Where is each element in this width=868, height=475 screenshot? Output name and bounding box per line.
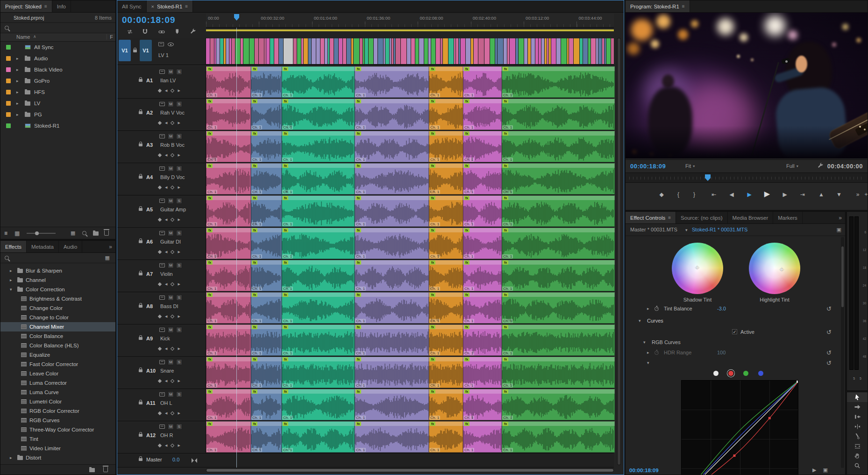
prev-keyframe-icon[interactable]: ◀ bbox=[165, 347, 167, 351]
framerate-column-header[interactable]: F bbox=[107, 34, 113, 40]
effect-item-luma-curve[interactable]: Luma Curve bbox=[0, 388, 115, 397]
mute-button[interactable]: M bbox=[168, 166, 174, 172]
track-settings-icon[interactable] bbox=[158, 42, 164, 46]
video-clip-stripe[interactable] bbox=[363, 38, 364, 64]
effect-item-equalize[interactable]: Equalize bbox=[0, 350, 115, 360]
clip-fx-badge[interactable]: fx bbox=[283, 325, 288, 329]
reset-param-icon[interactable]: ↺ bbox=[826, 360, 832, 367]
program-scrub-bar[interactable] bbox=[626, 173, 868, 183]
clip-fx-badge[interactable]: fx bbox=[252, 99, 257, 103]
audio-clip[interactable]: fxCh. 1 bbox=[429, 228, 463, 259]
video-clip-stripe[interactable] bbox=[354, 38, 359, 64]
close-tab-icon[interactable]: × bbox=[151, 4, 154, 9]
playback-resolution-dropdown[interactable]: Full ▾ bbox=[786, 163, 798, 169]
tab-media-browser[interactable]: Media Browser bbox=[728, 212, 774, 223]
audio-clip[interactable]: fxCh. 1 bbox=[251, 357, 282, 388]
next-keyframe-icon[interactable]: ▶ bbox=[178, 218, 180, 222]
clip-fx-badge[interactable]: fx bbox=[430, 131, 435, 136]
video-clip-stripe[interactable] bbox=[588, 38, 591, 64]
video-clip-stripe[interactable] bbox=[279, 38, 283, 64]
audio-clip[interactable]: fxCh. 1 bbox=[502, 357, 615, 388]
video-clip-stripe[interactable] bbox=[304, 38, 308, 64]
red-channel-button[interactable] bbox=[728, 371, 733, 376]
keyframe-icon[interactable] bbox=[171, 218, 174, 222]
audio-clip[interactable]: fxCh. 1 bbox=[251, 292, 282, 324]
audio-clip[interactable]: fxCh. 1 bbox=[282, 195, 355, 227]
list-view-button[interactable]: ≡ bbox=[4, 230, 7, 237]
audio-clip[interactable]: fxCh. 1 bbox=[429, 131, 463, 162]
prev-keyframe-icon[interactable]: ◀ bbox=[165, 315, 167, 318]
video-clip-stripe[interactable] bbox=[328, 38, 329, 64]
disclosure-triangle-icon[interactable]: ▸ bbox=[647, 350, 649, 355]
clip-fx-badge[interactable]: fx bbox=[283, 196, 288, 200]
video-clip-stripe[interactable] bbox=[243, 38, 249, 64]
track-name[interactable]: Rah V Voc bbox=[160, 110, 185, 115]
panel-menu-icon[interactable]: ≡ bbox=[185, 4, 188, 9]
video-clip-stripe[interactable] bbox=[316, 38, 320, 64]
video-clip-stripe[interactable] bbox=[528, 38, 531, 64]
video-clip-stripe[interactable] bbox=[214, 38, 216, 64]
video-clip-stripe[interactable] bbox=[539, 38, 541, 64]
rgb-curves-graph[interactable] bbox=[681, 380, 798, 475]
video-clip-stripe[interactable] bbox=[216, 38, 220, 64]
track-settings-icon[interactable] bbox=[159, 263, 165, 267]
audio-clip[interactable]: fxCh. 1 bbox=[282, 324, 355, 356]
prev-keyframe-icon[interactable]: ◀ bbox=[165, 89, 167, 93]
audio-clip[interactable]: fxCh. 1 bbox=[463, 357, 502, 388]
effect-item-three-way-color-corrector[interactable]: Three-Way Color Corrector bbox=[0, 425, 115, 434]
audio-clip[interactable]: fxCh. 1 bbox=[355, 66, 429, 98]
solo-button[interactable]: S bbox=[176, 359, 182, 365]
solo-button[interactable]: S bbox=[176, 424, 182, 430]
color-wheel[interactable]: + bbox=[749, 243, 800, 294]
audio-clip[interactable]: fxCh. 1 bbox=[502, 292, 615, 324]
step-back-button[interactable]: ◀ bbox=[726, 191, 737, 198]
video-clip-stripe[interactable] bbox=[490, 38, 495, 64]
clip-fx-badge[interactable]: fx bbox=[283, 228, 288, 232]
clip-fx-badge[interactable]: fx bbox=[283, 164, 288, 168]
video-clip-stripe[interactable] bbox=[569, 38, 573, 64]
clip-fx-badge[interactable]: fx bbox=[464, 422, 470, 426]
audio-clip[interactable]: fxCh. 1 bbox=[502, 389, 615, 420]
effect-item-rgb-color-corrector[interactable]: RGB Color Corrector bbox=[0, 406, 115, 416]
video-clip-stripe[interactable] bbox=[391, 38, 393, 64]
clip-fx-badge[interactable]: fx bbox=[464, 164, 470, 168]
clip-fx-badge[interactable]: fx bbox=[252, 422, 257, 426]
keyframe-icon[interactable] bbox=[171, 186, 174, 189]
track-lock-icon[interactable] bbox=[139, 273, 142, 275]
disclosure-triangle-icon[interactable]: ▸ bbox=[16, 53, 19, 64]
play-button[interactable]: ▶ bbox=[762, 189, 772, 198]
video-clip-stripe[interactable] bbox=[284, 38, 293, 64]
clip-fx-badge[interactable]: fx bbox=[430, 99, 435, 103]
clip-fx-badge[interactable]: fx bbox=[464, 357, 470, 361]
video-clip-stripe[interactable] bbox=[401, 38, 406, 64]
delete-custom-item-button[interactable] bbox=[103, 467, 108, 472]
prev-keyframe-icon[interactable]: ◀ bbox=[165, 218, 167, 222]
clip-fx-badge[interactable]: fx bbox=[430, 325, 435, 329]
clip-fx-badge[interactable]: fx bbox=[283, 67, 288, 71]
effects-search-field[interactable]: ▦ bbox=[0, 253, 115, 263]
track-name[interactable]: OH R bbox=[160, 432, 173, 438]
reset-effect-icon[interactable]: ↺ bbox=[826, 329, 832, 336]
keyframe-icon[interactable] bbox=[171, 121, 174, 125]
video-clip-stripe[interactable] bbox=[390, 38, 391, 64]
clip-fx-badge[interactable]: fx bbox=[503, 131, 508, 136]
prev-keyframe-icon[interactable]: ◀ bbox=[165, 282, 167, 286]
audio-clip[interactable]: fxCh. 1 bbox=[251, 421, 282, 453]
audio-clip[interactable]: fxCh. 1 bbox=[206, 163, 251, 194]
video-clip-stripe[interactable] bbox=[531, 38, 535, 64]
shadow-tint-wheel[interactable]: + Shadow Tint bbox=[672, 243, 723, 302]
video-clip-stripe[interactable] bbox=[360, 38, 363, 64]
green-channel-button[interactable] bbox=[743, 371, 748, 376]
clip-fx-badge[interactable]: fx bbox=[356, 99, 361, 103]
video-clip-stripe[interactable] bbox=[369, 38, 373, 64]
track-lock-icon[interactable] bbox=[139, 458, 142, 461]
clip-fx-badge[interactable]: fx bbox=[430, 228, 435, 232]
master-channel-button[interactable] bbox=[713, 371, 719, 376]
audio-clip[interactable]: fxCh. 1 bbox=[206, 357, 251, 388]
prev-keyframe-icon[interactable]: ◀ bbox=[165, 121, 167, 125]
track-settings-icon[interactable] bbox=[159, 134, 165, 138]
audio-clip[interactable]: fxCh. 1 bbox=[206, 195, 251, 227]
video-clip-stripe[interactable] bbox=[580, 38, 583, 64]
audio-clip[interactable]: fxCh. 1 bbox=[282, 66, 355, 98]
video-clip-stripe[interactable] bbox=[384, 38, 385, 64]
